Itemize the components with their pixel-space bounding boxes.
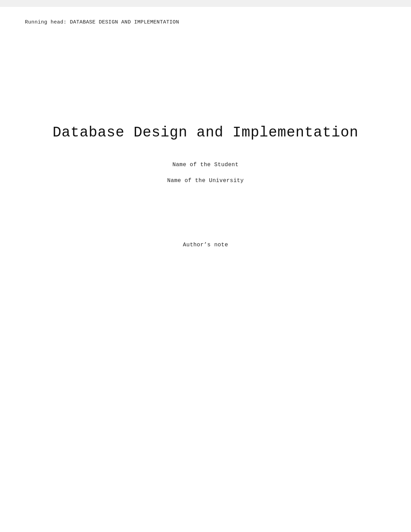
document-page: Running head: DATABASE DESIGN AND IMPLEM… xyxy=(0,7,411,532)
university-name: Name of the University xyxy=(167,178,244,184)
student-name: Name of the Student xyxy=(172,162,239,168)
running-head-text: Running head: DATABASE DESIGN AND IMPLEM… xyxy=(25,19,179,25)
main-title: Database Design and Implementation xyxy=(52,124,359,141)
title-section: Database Design and Implementation Name … xyxy=(0,124,411,184)
subtitle-block: Name of the Student Name of the Universi… xyxy=(167,162,244,184)
authors-note-text: Author’s note xyxy=(183,242,228,248)
running-head: Running head: DATABASE DESIGN AND IMPLEM… xyxy=(25,19,179,25)
authors-note-section: Author’s note xyxy=(0,242,411,248)
